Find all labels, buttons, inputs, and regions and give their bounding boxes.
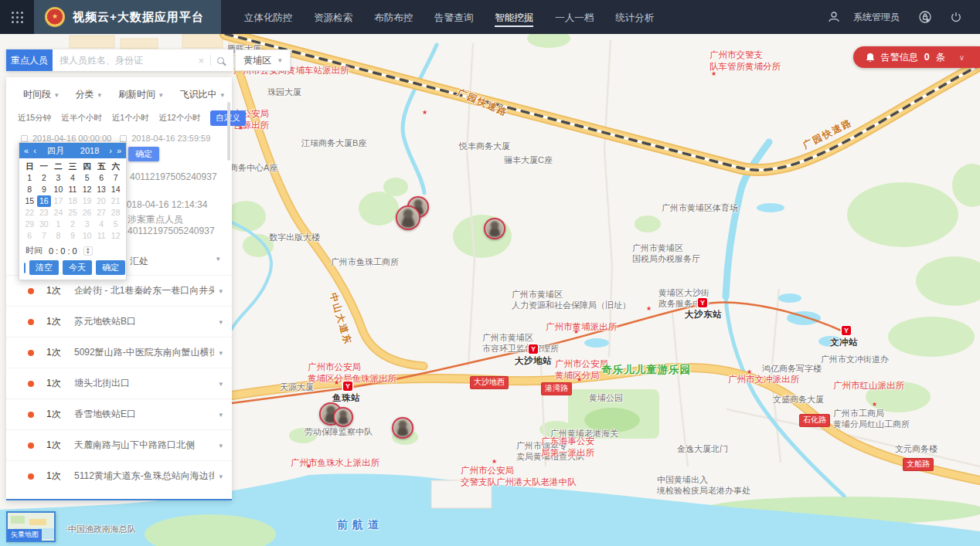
calendar-day[interactable]: 6: [94, 172, 109, 184]
calendar-day[interactable]: 3: [80, 219, 94, 230]
calendar-day[interactable]: 9: [37, 184, 52, 195]
filter-刷新时间[interactable]: 刷新时间: [118, 88, 163, 101]
calendar-day[interactable]: 22: [22, 207, 37, 219]
calendar-day[interactable]: 13: [94, 184, 109, 195]
calendar-day[interactable]: 28: [108, 207, 123, 219]
range-近1个小时[interactable]: 近1个小时: [112, 113, 149, 124]
record-item[interactable]: 1次塘头北街出口▾: [6, 368, 232, 398]
security-settings-icon[interactable]: [914, 5, 937, 29]
chevron-down-icon[interactable]: ▾: [216, 255, 220, 263]
calendar-day[interactable]: 11: [94, 230, 109, 242]
calendar-day[interactable]: 1: [22, 172, 37, 184]
person-photo-marker[interactable]: [333, 407, 353, 427]
time-value[interactable]: 0 : 0 : 0: [49, 246, 77, 256]
calendar-day[interactable]: 26: [80, 207, 94, 219]
minimap[interactable]: 矢量地图: [6, 511, 56, 542]
calendar-day[interactable]: 25: [66, 207, 80, 219]
nav-item-统计分析[interactable]: 统计分析: [614, 0, 655, 35]
scrollbar-thumb[interactable]: [227, 102, 230, 161]
app-grid-icon[interactable]: [0, 0, 34, 34]
calendar-day[interactable]: 5: [80, 172, 94, 184]
filter-分类[interactable]: 分类: [75, 88, 101, 101]
region-dropdown[interactable]: 黄埔区 ▾: [235, 49, 291, 71]
range-近15分钟[interactable]: 近15分钟: [18, 113, 51, 124]
calendar-year[interactable]: 2018: [75, 146, 104, 155]
calendar-day[interactable]: 23: [37, 207, 52, 219]
user-icon[interactable]: [822, 5, 846, 29]
calendar-day[interactable]: 29: [22, 219, 37, 230]
metro-station-label: 鱼珠站: [332, 392, 360, 404]
record-item[interactable]: 1次5112黄埔大道东-鱼珠总站向海边街（全）▾: [6, 460, 232, 491]
prev-year-icon[interactable]: «: [24, 146, 29, 155]
filter-飞识比中[interactable]: 飞识比中: [179, 88, 224, 101]
calendar-day[interactable]: 12: [80, 184, 94, 195]
calendar-day[interactable]: 10: [51, 184, 66, 195]
confirm-button[interactable]: 确定: [128, 147, 159, 161]
calendar-day[interactable]: 30: [37, 219, 52, 230]
calendar-grid-icon[interactable]: [24, 263, 26, 273]
calendar-day[interactable]: 6: [22, 230, 37, 242]
calendar-month[interactable]: 四月: [41, 145, 70, 157]
calendar-day[interactable]: 2: [37, 172, 52, 184]
range-近12个小时[interactable]: 近12个小时: [159, 113, 201, 124]
calendar-day[interactable]: 20: [94, 195, 109, 207]
nav-item-一人一档[interactable]: 一人一档: [553, 0, 595, 35]
calendar-day[interactable]: 19: [80, 195, 94, 207]
person-photo-marker[interactable]: [392, 417, 413, 439]
user-label[interactable]: 系统管理员: [853, 11, 900, 24]
calendar-day[interactable]: 4: [66, 172, 80, 184]
chevron-down-icon: ▾: [219, 349, 223, 357]
search-icon[interactable]: [217, 57, 224, 64]
power-icon[interactable]: [944, 5, 968, 29]
calendar-day[interactable]: 14: [108, 184, 123, 195]
calendar-day[interactable]: 27: [94, 207, 109, 219]
end-date-field[interactable]: 2018-04-16 23:59:59: [120, 134, 210, 143]
ok-button[interactable]: 确定: [96, 260, 125, 275]
calendar-day[interactable]: 2: [66, 219, 80, 230]
next-month-icon[interactable]: ›: [109, 146, 112, 155]
calendar-day[interactable]: 21: [108, 195, 123, 207]
calendar-day[interactable]: 24: [51, 207, 66, 219]
prev-month-icon[interactable]: ‹: [33, 146, 36, 155]
calendar-day[interactable]: 8: [22, 184, 37, 195]
nav-item-告警查询[interactable]: 告警查询: [433, 0, 475, 35]
record-item[interactable]: 1次苏元地铁站B口▾: [6, 306, 232, 337]
clear-button[interactable]: 清空: [29, 260, 59, 275]
calendar-day[interactable]: 7: [108, 172, 123, 184]
nav-item-布防布控[interactable]: 布防布控: [373, 0, 414, 35]
chevron-down-icon[interactable]: ∨: [959, 53, 965, 62]
person-photo-marker[interactable]: [396, 205, 420, 230]
calendar-day[interactable]: 16: [37, 195, 52, 207]
next-year-icon[interactable]: »: [117, 146, 121, 155]
calendar-day[interactable]: 8: [51, 230, 66, 242]
record-item[interactable]: 1次天麓南路与山下中路路口北侧▾: [6, 429, 232, 460]
calendar-day[interactable]: 17: [51, 195, 66, 207]
search-input[interactable]: [60, 55, 192, 66]
calendar-day[interactable]: 4: [94, 219, 109, 230]
clear-icon[interactable]: ×: [198, 55, 204, 66]
calendar-box-icon: [21, 135, 28, 142]
nav-item-资源检索[interactable]: 资源检索: [312, 0, 354, 35]
calendar-day[interactable]: 7: [37, 230, 52, 242]
time-stepper[interactable]: ▲▼: [83, 246, 93, 256]
record-item[interactable]: 1次5092蟹山路-中医院东南向蟹山横街▾: [6, 337, 232, 368]
calendar-day[interactable]: 5: [108, 219, 123, 230]
record-item[interactable]: 1次香雪地铁站E口▾: [6, 398, 232, 429]
alert-bar[interactable]: 告警信息 0 条 ∨: [853, 46, 980, 68]
filter-时间段[interactable]: 时间段: [23, 88, 59, 101]
calendar-day[interactable]: 15: [22, 195, 37, 207]
person-photo-marker[interactable]: [484, 218, 505, 239]
calendar-day[interactable]: 12: [108, 230, 123, 242]
today-button[interactable]: 今天: [63, 260, 92, 275]
calendar-day[interactable]: 18: [66, 195, 80, 207]
calendar-day[interactable]: 9: [66, 230, 80, 242]
nav-item-立体化防控[interactable]: 立体化防控: [243, 0, 294, 35]
range-近半个小时[interactable]: 近半个小时: [61, 113, 102, 124]
calendar-day[interactable]: 11: [66, 184, 80, 195]
nav-item-智能挖掘[interactable]: 智能挖掘: [493, 0, 535, 35]
map-label-poi: 文盛商务大厦: [773, 394, 824, 405]
calendar-day[interactable]: 1: [51, 219, 66, 230]
calendar-day[interactable]: 10: [80, 230, 94, 242]
tab-key-person[interactable]: 重点人员: [6, 49, 53, 71]
calendar-day[interactable]: 3: [51, 172, 66, 184]
